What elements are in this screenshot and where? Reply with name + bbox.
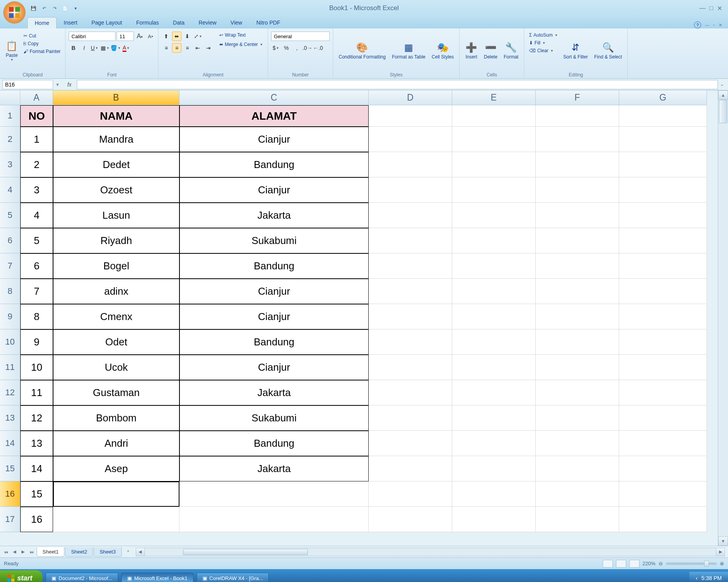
cell-A16[interactable]: 15 xyxy=(20,481,53,507)
underline-button[interactable]: U▼ xyxy=(90,43,99,53)
tab-formulas[interactable]: Formulas xyxy=(129,17,166,28)
ribbon-restore-icon[interactable]: ▫ xyxy=(713,23,715,27)
cells-area[interactable]: NONAMAALAMAT1MandraCianjur2DedetBandung3… xyxy=(20,105,707,546)
cell-D15[interactable] xyxy=(369,456,452,481)
undo-icon[interactable]: ↶ xyxy=(40,4,48,12)
cell-E17[interactable] xyxy=(452,507,536,532)
cell-G2[interactable] xyxy=(619,127,707,152)
tray-icon[interactable]: ‹ xyxy=(696,575,698,581)
row-header-3[interactable]: 3 xyxy=(0,152,20,177)
row-header-16[interactable]: 16 xyxy=(0,481,20,507)
cell-A13[interactable]: 12 xyxy=(20,405,53,431)
cell-D13[interactable] xyxy=(369,405,452,431)
cell-E3[interactable] xyxy=(452,152,536,177)
row-header-15[interactable]: 15 xyxy=(0,456,20,481)
cell-A17[interactable]: 16 xyxy=(20,507,53,532)
cell-A6[interactable]: 5 xyxy=(20,228,53,253)
cell-A7[interactable]: 6 xyxy=(20,253,53,279)
normal-view-button[interactable] xyxy=(603,560,613,568)
cell-A9[interactable]: 8 xyxy=(20,304,53,329)
cell-G4[interactable] xyxy=(619,177,707,203)
cell-B5[interactable]: Lasun xyxy=(53,203,179,228)
maximize-icon[interactable]: □ xyxy=(709,5,713,12)
qat-customize-icon[interactable]: ▾ xyxy=(71,4,80,12)
cell-F14[interactable] xyxy=(536,431,619,456)
row-header-14[interactable]: 14 xyxy=(0,431,20,456)
zoom-in-icon[interactable]: ⊕ xyxy=(720,561,724,566)
cell-B11[interactable]: Ucok xyxy=(53,355,179,380)
find-select-button[interactable]: 🔍Find & Select xyxy=(592,30,624,71)
cell-G10[interactable] xyxy=(619,329,707,355)
minimize-icon[interactable]: — xyxy=(699,5,705,12)
cell-C12[interactable]: Jakarta xyxy=(179,380,369,405)
format-table-button[interactable]: ▦Format as Table xyxy=(390,30,428,71)
cell-B6[interactable]: Riyadh xyxy=(53,228,179,253)
orientation-button[interactable]: ⤢▼ xyxy=(193,32,202,41)
delete-cells-button[interactable]: ➖Delete xyxy=(481,30,500,71)
cell-A2[interactable]: 1 xyxy=(20,127,53,152)
cell-D11[interactable] xyxy=(369,355,452,380)
cell-F2[interactable] xyxy=(536,127,619,152)
cell-G7[interactable] xyxy=(619,253,707,279)
cell-C14[interactable]: Bandung xyxy=(179,431,369,456)
cell-C10[interactable]: Bandung xyxy=(179,329,369,355)
cell-D12[interactable] xyxy=(369,380,452,405)
name-box-dropdown-icon[interactable]: ▼ xyxy=(53,82,62,87)
cell-C17[interactable] xyxy=(179,507,369,532)
formula-expand-icon[interactable]: ⌄ xyxy=(718,82,726,87)
col-header-A[interactable]: A xyxy=(20,90,53,105)
format-cells-button[interactable]: 🔧Format xyxy=(501,30,521,71)
row-header-7[interactable]: 7 xyxy=(0,253,20,279)
accounting-button[interactable]: $▼ xyxy=(271,43,281,53)
font-name-combo[interactable] xyxy=(69,32,115,41)
cell-B8[interactable]: adinx xyxy=(53,279,179,304)
layout-view-button[interactable] xyxy=(616,560,626,568)
sheet-tab-sheet2[interactable]: Sheet2 xyxy=(65,547,93,557)
scroll-down-icon[interactable]: ▼ xyxy=(718,536,728,546)
new-icon[interactable]: 📄 xyxy=(61,4,69,12)
cell-E13[interactable] xyxy=(452,405,536,431)
new-sheet-icon[interactable]: ＊ xyxy=(124,548,133,556)
cell-F1[interactable] xyxy=(536,105,619,127)
cell-B9[interactable]: Cmenx xyxy=(53,304,179,329)
cell-E12[interactable] xyxy=(452,380,536,405)
cell-D16[interactable] xyxy=(369,481,452,507)
fx-button[interactable]: fx xyxy=(64,80,75,89)
cell-E16[interactable] xyxy=(452,481,536,507)
wrap-text-button[interactable]: ↩Wrap Text xyxy=(218,32,265,39)
cell-styles-button[interactable]: 🎭Cell Styles xyxy=(430,30,456,71)
number-format-combo[interactable] xyxy=(271,32,330,41)
cell-G5[interactable] xyxy=(619,203,707,228)
cell-E10[interactable] xyxy=(452,329,536,355)
cell-A11[interactable]: 10 xyxy=(20,355,53,380)
cell-G17[interactable] xyxy=(619,507,707,532)
cell-F13[interactable] xyxy=(536,405,619,431)
cell-G8[interactable] xyxy=(619,279,707,304)
cell-F9[interactable] xyxy=(536,304,619,329)
decrease-decimal-button[interactable]: ←.0 xyxy=(313,43,323,53)
row-header-10[interactable]: 10 xyxy=(0,329,20,355)
merge-center-button[interactable]: ⬌Merge & Center▼ xyxy=(218,41,265,48)
office-button[interactable] xyxy=(3,1,26,24)
row-header-9[interactable]: 9 xyxy=(0,304,20,329)
cell-C1[interactable]: ALAMAT xyxy=(179,105,369,127)
increase-indent-button[interactable]: ⇥ xyxy=(204,43,213,53)
cell-E6[interactable] xyxy=(452,228,536,253)
cell-F15[interactable] xyxy=(536,456,619,481)
comma-button[interactable]: , xyxy=(292,43,302,53)
cell-C13[interactable]: Sukabumi xyxy=(179,405,369,431)
vscroll-thumb[interactable] xyxy=(719,100,727,123)
cell-B10[interactable]: Odet xyxy=(53,329,179,355)
row-header-4[interactable]: 4 xyxy=(0,177,20,203)
cell-B1[interactable]: NAMA xyxy=(53,105,179,127)
cell-C11[interactable]: Cianjur xyxy=(179,355,369,380)
cell-F3[interactable] xyxy=(536,152,619,177)
cell-E15[interactable] xyxy=(452,456,536,481)
cell-D14[interactable] xyxy=(369,431,452,456)
cell-G3[interactable] xyxy=(619,152,707,177)
redo-icon[interactable]: ↷ xyxy=(50,4,59,12)
cell-A12[interactable]: 11 xyxy=(20,380,53,405)
cell-C6[interactable]: Sukabumi xyxy=(179,228,369,253)
vertical-scrollbar[interactable]: ▲ ▼ xyxy=(718,90,728,546)
close-icon[interactable]: ✕ xyxy=(717,5,722,12)
